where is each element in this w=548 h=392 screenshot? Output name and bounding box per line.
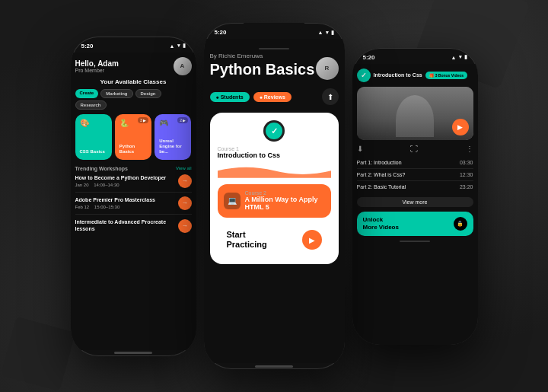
unlock-line1: Unlock [363, 216, 399, 224]
course-2-icon: 💻 [224, 193, 241, 209]
mid-home-bar [255, 365, 293, 368]
mid-actions: ● Students ● Reviews ⬆ [210, 88, 339, 105]
python-label: Python Basics [119, 144, 147, 155]
students-tag[interactable]: ● Students [210, 92, 250, 102]
left-home-indicator [71, 350, 196, 356]
course-2-name: A Million Way to Apply HTML 5 [245, 196, 325, 212]
filter-research[interactable]: Research [75, 100, 107, 110]
wave-svg [218, 164, 331, 178]
download-icon[interactable]: ⬇ [357, 145, 363, 153]
bonus-label: 3 Bonus Videos [435, 73, 464, 78]
by-label: By Richie Emeruwa [210, 53, 315, 59]
filter-design[interactable]: Design [135, 89, 161, 98]
more-icon[interactable]: ⋮ [466, 145, 473, 153]
right-status-bar: 5:20 ▲ ▾ ▮ [352, 48, 478, 64]
unlock-line2: More Videos [363, 224, 399, 231]
course-1-label: Course 1 [218, 146, 331, 151]
part-2-name: Part 2: What is Css? [357, 172, 406, 177]
workshop-3-name: Intermediate to Advanced Procreate lesso… [75, 218, 175, 232]
part-3-name: Part 2: Basic Tutorial [357, 184, 406, 190]
mid-time: 5:20 [215, 29, 227, 36]
part-2[interactable]: Part 2: What is Css? 12:30 [357, 169, 473, 181]
course-1-name: Introduction to Css [218, 151, 331, 159]
check-icon-1: ✓ [263, 120, 285, 142]
right-screen: ✓ Introduction to Css 🎁 3 Bonus Videos ▶… [352, 64, 478, 345]
right-time: 5:20 [363, 54, 375, 61]
phone-mid: 5:20 ▲ ▾ ▮ By Richie Emeruwa Python Basi… [204, 23, 345, 369]
filter-tags: Create Marketing Design Research [75, 89, 192, 110]
filter-marketing[interactable]: Marketing [100, 89, 132, 98]
classes-title: Your Available Classes [75, 78, 192, 85]
start-practicing-btn[interactable]: Start Practicing ▶ [218, 224, 331, 256]
wifi-icon: ▾ [177, 43, 180, 49]
unlock-bar[interactable]: Unlock More Videos 🔒 [357, 212, 473, 237]
right-bottom-divider [400, 241, 430, 242]
trending-header: Trending Workshops View all [75, 166, 192, 171]
home-bar [114, 352, 152, 354]
course-cards: 🎨 CSS Basics 3 ▶ 🐍 Python Basics 2 ▶ 🎮 U… [75, 114, 192, 160]
mid-avatar: R [316, 57, 339, 80]
greeting: Hello, Adam [75, 59, 119, 68]
mid-battery-icon: ▮ [331, 30, 334, 36]
workshop-2-name: Adobe Premier Pro Masterclass [75, 196, 175, 203]
mid-home-indicator [204, 363, 345, 369]
left-screen: Hello, Adam Pro Member A Your Available … [71, 53, 196, 350]
left-status-bar: 5:20 ▲ ▾ ▮ [71, 37, 196, 53]
left-time: 5:20 [81, 43, 94, 49]
share-btn[interactable]: ⬆ [322, 88, 339, 105]
workshop-1-arrow[interactable]: → [178, 174, 192, 188]
unreal-label: Unreal Engine for be... [159, 139, 186, 155]
mid-wave-area: ✓ Course 1 Introduction to Css 💻 Course … [210, 113, 339, 264]
part-1[interactable]: Part 1: Introduction 03:30 [357, 157, 473, 169]
part-3[interactable]: Part 2: Basic Tutorial 23:20 [357, 181, 473, 193]
trending-label: Trending Workshops [75, 166, 129, 171]
start-label-line2: Practicing [227, 240, 267, 250]
left-status-icons: ▲ ▾ ▮ [170, 43, 186, 49]
workshop-3[interactable]: Intermediate to Advanced Procreate lesso… [75, 218, 192, 237]
start-btn-text: Start Practicing [227, 230, 267, 250]
right-check-icon: ✓ [357, 69, 371, 82]
workshop-2-arrow[interactable]: → [178, 196, 192, 210]
person-silhouette [396, 95, 434, 137]
reviews-tag[interactable]: ● Reviews [253, 92, 292, 102]
course-card-css[interactable]: 🎨 CSS Basics [75, 114, 112, 160]
avatar: A [174, 57, 192, 75]
battery-icon: ▮ [183, 43, 186, 49]
view-more-btn[interactable]: View more [357, 197, 473, 207]
workshop-1-date: Jan 20 14:00–14:30 [75, 183, 175, 187]
css-label: CSS Basics [80, 149, 107, 155]
mid-notch [244, 23, 304, 30]
workshop-2[interactable]: Adobe Premier Pro Masterclass Feb 12 15:… [75, 196, 192, 215]
mid-screen: By Richie Emeruwa Python Basics R ● Stud… [204, 39, 345, 363]
part-1-duration: 03:30 [460, 160, 473, 165]
python-number: 3 ▶ [138, 117, 148, 123]
filter-create[interactable]: Create [75, 89, 99, 98]
scene: 5:20 ▲ ▾ ▮ Hello, Adam Pro Member A Your… [8, 10, 540, 383]
course-1-item[interactable]: Course 1 Introduction to Css [218, 146, 331, 159]
part-1-name: Part 1: Introduction [357, 160, 402, 165]
fullscreen-icon[interactable]: ⛶ [410, 145, 418, 153]
view-all[interactable]: View all [176, 166, 192, 171]
video-thumbnail[interactable]: ▶ [357, 87, 473, 140]
mid-divider [259, 48, 289, 49]
signal-icon: ▲ [170, 43, 175, 49]
workshop-2-date: Feb 12 15:00–15:30 [75, 205, 175, 209]
course-card-unreal[interactable]: 2 ▶ 🎮 Unreal Engine for be... [155, 114, 191, 160]
check-circle: ✓ [266, 123, 282, 139]
course-2-card[interactable]: 💻 Course 2 A Million Way to Apply HTML 5 [218, 184, 331, 218]
workshop-1[interactable]: How to Become a Python Developer Jan 20 … [75, 174, 192, 193]
course-card-python[interactable]: 3 ▶ 🐍 Python Basics [115, 114, 151, 160]
workshop-1-name: How to Become a Python Developer [75, 174, 175, 181]
mid-status-icons: ▲ ▾ ▮ [318, 30, 334, 36]
video-play-btn[interactable]: ▶ [452, 119, 469, 135]
right-status-icons: ▲ ▾ ▮ [451, 54, 467, 60]
right-battery-icon: ▮ [464, 54, 467, 60]
start-play-icon: ▶ [302, 230, 322, 250]
mid-signal-icon: ▲ [318, 30, 323, 35]
part-2-duration: 12:30 [460, 172, 473, 177]
part-3-duration: 23:20 [460, 184, 473, 190]
workshop-3-arrow[interactable]: → [178, 219, 192, 233]
unlock-lock-icon[interactable]: 🔒 [454, 217, 467, 231]
part-list: Part 1: Introduction 03:30 Part 2: What … [357, 157, 473, 193]
phone-right: 5:20 ▲ ▾ ▮ ✓ Introduction to Css 🎁 3 Bon… [352, 48, 478, 345]
